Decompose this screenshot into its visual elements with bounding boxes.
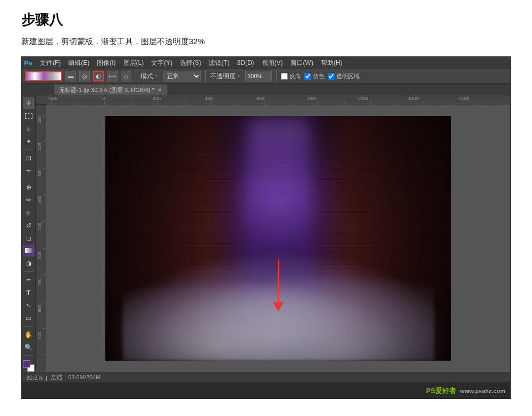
opacity-input[interactable] (245, 71, 272, 81)
doc-size: 文档：63.6M/254M (51, 373, 101, 381)
shape-icon: ▭ (26, 314, 31, 322)
tool-sep-1 (24, 149, 34, 150)
pen-tool[interactable]: ✒ (23, 274, 35, 286)
options-sep-3 (276, 71, 277, 81)
color-chips[interactable] (23, 360, 35, 372)
menu-layer[interactable]: 图层(L) (120, 58, 147, 68)
zoom-tool[interactable]: 🔍 (23, 342, 35, 353)
svg-text:800: 800 (308, 96, 316, 101)
gradient-preview[interactable] (25, 71, 62, 81)
reverse-wrap: 反向 (281, 72, 301, 80)
menu-view[interactable]: 视图(V) (259, 58, 286, 68)
tool-sep-4 (24, 326, 34, 327)
magic-wand-tool[interactable]: ✦ (23, 136, 35, 147)
tab-name: 无标题-1 @ 30.3% (图层 3, RGB/8) * (59, 86, 154, 94)
opacity-label: 不透明度： (210, 72, 242, 81)
svg-text:400: 400 (37, 196, 42, 203)
lasso-tool[interactable]: ⌾ (23, 123, 35, 135)
move-tool[interactable]: ✛ (23, 97, 35, 109)
options-sep-1 (136, 71, 136, 81)
path-select-icon: ↖ (26, 302, 31, 309)
pen-icon: ✒ (26, 276, 31, 284)
svg-text:-200: -200 (48, 96, 57, 101)
dodge-tool[interactable]: ◑ (23, 257, 35, 269)
dodge-icon: ◑ (26, 260, 31, 267)
ps-workspace: ✛ ⌾ ✦ ⊡ ✒ ⊕ (22, 95, 510, 372)
stamp-icon: ⎘ (27, 210, 30, 216)
gradient-tool-icon (25, 248, 32, 253)
brush-tool[interactable]: ✏ (23, 194, 35, 206)
ps-canvas-area: -200 0 200 400 600 800 1000 1200 1400 (36, 95, 510, 372)
tool-sep-3 (24, 271, 34, 272)
magic-wand-icon: ✦ (26, 138, 31, 145)
menu-filter[interactable]: 滤镜(T) (205, 58, 232, 68)
ruler-v-svg: 0 100 200 300 400 500 600 700 800 900 (36, 105, 46, 372)
dither-checkbox[interactable] (304, 73, 311, 80)
eyedropper-tool[interactable]: ✒ (23, 165, 35, 177)
hand-tool[interactable]: ✋ (23, 329, 35, 340)
move-icon: ✛ (26, 99, 31, 107)
stamp-tool[interactable]: ⎘ (23, 207, 35, 219)
svg-text:100: 100 (37, 116, 42, 123)
mode-label: 模式： (140, 72, 160, 81)
menu-file[interactable]: 文件(F) (37, 58, 64, 68)
reflected-gradient-btn[interactable]: ⟺ (107, 71, 118, 81)
ps-menubar: Ps 文件(F) 编辑(E) 图像(I) 图层(L) 文字(Y) 选择(S) 滤… (22, 57, 510, 69)
watermark-bar: PS爱好者 www.psahz.com (21, 383, 511, 399)
dither-label: 仿色 (313, 72, 325, 80)
angle-gradient-icon: ◐ (96, 73, 101, 80)
tab-close-icon[interactable]: ✕ (157, 87, 162, 93)
canvas-wrapper[interactable] (46, 105, 510, 372)
svg-text:700: 700 (37, 278, 42, 286)
options-sep-2 (205, 71, 206, 81)
lasso-icon: ⌾ (27, 125, 30, 132)
menu-select[interactable]: 选择(S) (177, 58, 204, 68)
brush-icon: ✏ (26, 196, 31, 204)
zoom-icon: 🔍 (24, 344, 32, 351)
shape-tool[interactable]: ▭ (23, 312, 35, 324)
eraser-tool[interactable]: ◻ (23, 232, 35, 244)
healing-tool[interactable]: ⊕ (23, 181, 35, 193)
menu-edit[interactable]: 编辑(E) (65, 58, 93, 68)
angle-gradient-btn[interactable]: ◐ (93, 71, 104, 81)
menu-type[interactable]: 文字(Y) (148, 58, 176, 68)
zoom-level: 30.3% (26, 375, 43, 381)
crop-tool[interactable]: ⊡ (23, 152, 35, 164)
text-tool[interactable]: T (23, 287, 35, 298)
svg-text:900: 900 (37, 331, 42, 339)
canvas-tab[interactable]: 无标题-1 @ 30.3% (图层 3, RGB/8) * ✕ (54, 85, 168, 95)
vignette (105, 116, 451, 361)
path-select-tool[interactable]: ↖ (23, 299, 35, 311)
ps-tabbar: 无标题-1 @ 30.3% (图层 3, RGB/8) * ✕ (22, 84, 510, 95)
mode-select[interactable]: 正常 溶解 正片叠底 (163, 71, 201, 81)
history-tool[interactable]: ↺ (23, 220, 35, 231)
gradient-tool[interactable] (23, 245, 35, 256)
menu-window[interactable]: 窗口(W) (287, 58, 317, 68)
menu-help[interactable]: 帮助(H) (318, 58, 346, 68)
menu-image[interactable]: 图像(I) (94, 58, 119, 68)
ps-toolbar: ✛ ⌾ ✦ ⊡ ✒ ⊕ (22, 95, 36, 372)
radial-gradient-btn[interactable]: ◎ (79, 71, 90, 81)
step-title: 步骤八 (21, 11, 511, 29)
marquee-tool[interactable] (23, 110, 35, 122)
linear-gradient-icon: ▬ (68, 73, 74, 79)
transparency-checkbox[interactable] (328, 73, 335, 80)
menu-3d[interactable]: 3D(D) (234, 59, 257, 67)
foreground-color-chip (23, 360, 30, 368)
svg-text:400: 400 (205, 96, 213, 101)
reverse-checkbox[interactable] (281, 73, 288, 80)
canvas-image (105, 116, 451, 361)
watermark-brand: PS爱好者 (426, 387, 456, 395)
ps-statusbar: 30.3% | 文档：63.6M/254M (22, 372, 510, 382)
horizontal-ruler: -200 0 200 400 600 800 1000 1200 1400 (46, 95, 510, 105)
ps-window: Ps 文件(F) 编辑(E) 图像(I) 图层(L) 文字(Y) 选择(S) 滤… (21, 56, 511, 383)
linear-gradient-btn[interactable]: ▬ (65, 71, 76, 81)
diamond-gradient-btn[interactable]: ◇ (121, 71, 131, 81)
ps-logo: Ps (24, 59, 32, 67)
svg-text:300: 300 (37, 169, 42, 177)
transparency-label: 透明区域 (336, 72, 360, 80)
watermark-text: PS爱好者 www.psahz.com (426, 386, 505, 396)
canvas-row: 0 100 200 300 400 500 600 700 800 900 (36, 105, 510, 372)
svg-text:1400: 1400 (459, 96, 469, 101)
watermark-url: www.psahz.com (460, 388, 505, 394)
